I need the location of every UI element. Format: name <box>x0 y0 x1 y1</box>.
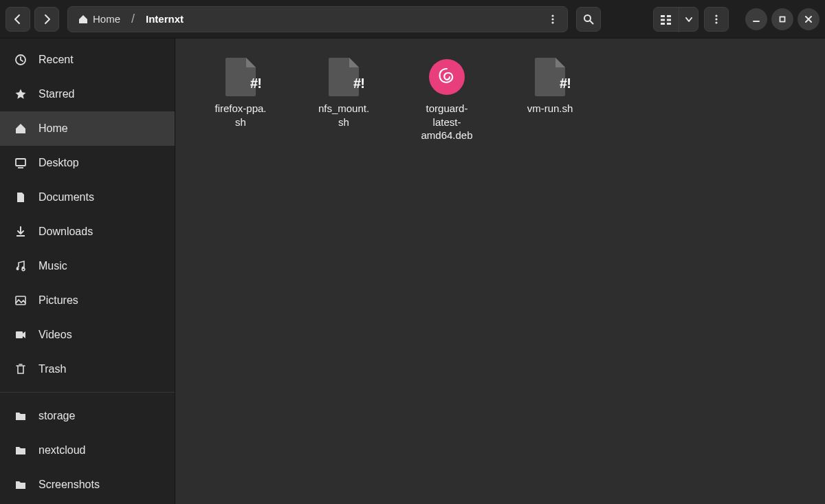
svg-point-21 <box>22 267 25 270</box>
folder-icon <box>14 479 28 491</box>
svg-rect-7 <box>661 19 665 21</box>
file-label: vm-run.sh <box>527 102 573 116</box>
svg-point-12 <box>715 18 717 20</box>
sidebar-bookmark-nextcloud[interactable]: nextcloud <box>0 433 175 468</box>
sidebar-item-label: Music <box>38 260 67 272</box>
sidebar-item-music[interactable]: Music <box>0 249 175 283</box>
sidebar: Recent Starred Home Desktop Documents <box>0 39 175 504</box>
music-icon <box>14 260 28 272</box>
path-current-label: Internxt <box>146 13 184 25</box>
sidebar-item-label: Recent <box>38 54 74 66</box>
svg-rect-9 <box>661 23 665 25</box>
sidebar-separator <box>0 392 175 399</box>
svg-rect-8 <box>667 19 671 21</box>
sidebar-item-videos[interactable]: Videos <box>0 318 175 352</box>
view-dropdown-button[interactable] <box>679 8 698 32</box>
desktop-icon <box>14 157 28 169</box>
svg-rect-17 <box>16 159 25 166</box>
svg-point-13 <box>715 21 717 23</box>
svg-point-2 <box>551 21 553 23</box>
grid-icon <box>661 15 672 25</box>
clock-icon <box>14 54 28 66</box>
svg-rect-15 <box>780 17 785 21</box>
file-label: torguard- latest- amd64.deb <box>421 102 472 142</box>
file-item[interactable]: torguard- latest- amd64.deb <box>395 54 498 145</box>
view-switcher <box>653 7 698 32</box>
path-segment-current[interactable]: Internxt <box>140 9 189 30</box>
forward-button[interactable] <box>34 7 59 32</box>
folder-icon <box>14 444 28 457</box>
file-item[interactable]: #! vm-run.sh <box>498 54 602 145</box>
svg-rect-5 <box>661 15 665 17</box>
close-button[interactable] <box>798 8 820 30</box>
files-pane[interactable]: #! firefox-ppa. sh #! nfs_mount. sh torg… <box>175 39 825 504</box>
arrow-right-icon <box>41 14 52 25</box>
chevron-down-icon <box>685 17 692 23</box>
shell-file-icon: #! <box>221 56 260 98</box>
svg-point-20 <box>16 267 19 270</box>
minimize-icon <box>752 15 760 23</box>
sidebar-item-label: storage <box>38 410 75 422</box>
folder-icon <box>14 410 28 422</box>
path-segment-home[interactable]: Home <box>72 9 126 30</box>
sidebar-item-home[interactable]: Home <box>0 111 175 146</box>
sidebar-item-pictures[interactable]: Pictures <box>0 283 175 318</box>
sidebar-item-label: Videos <box>38 329 72 341</box>
file-item[interactable]: #! firefox-ppa. sh <box>189 54 292 145</box>
kebab-icon <box>712 14 721 24</box>
sidebar-item-label: Pictures <box>38 294 78 307</box>
videos-icon <box>14 329 28 341</box>
back-button[interactable] <box>6 7 30 32</box>
home-icon <box>14 122 28 135</box>
sidebar-item-label: Home <box>38 122 68 135</box>
svg-line-4 <box>590 21 593 24</box>
shell-file-icon: #! <box>531 56 569 98</box>
maximize-button[interactable] <box>771 8 793 30</box>
sidebar-item-trash[interactable]: Trash <box>0 352 175 386</box>
window-controls <box>745 8 820 30</box>
shell-file-icon: #! <box>324 56 363 98</box>
svg-rect-6 <box>667 15 671 17</box>
search-button[interactable] <box>576 7 601 32</box>
kebab-icon <box>548 14 558 24</box>
document-icon <box>14 191 28 204</box>
path-menu-button[interactable] <box>542 9 563 30</box>
sidebar-item-recent[interactable]: Recent <box>0 43 175 77</box>
download-icon <box>14 226 28 238</box>
arrow-left-icon <box>12 14 23 25</box>
search-icon <box>583 14 594 25</box>
sidebar-item-label: Desktop <box>38 157 79 169</box>
svg-point-11 <box>715 14 717 17</box>
svg-point-1 <box>551 18 553 20</box>
trash-icon <box>14 363 28 375</box>
file-label: firefox-ppa. sh <box>214 102 266 129</box>
pictures-icon <box>14 294 28 307</box>
minimize-button[interactable] <box>745 8 767 30</box>
sidebar-bookmark-storage[interactable]: storage <box>0 399 175 433</box>
sidebar-item-label: Downloads <box>38 226 93 238</box>
hamburger-menu-button[interactable] <box>704 7 729 32</box>
svg-point-0 <box>551 14 553 17</box>
headerbar: Home / Internxt <box>0 0 825 39</box>
sidebar-item-documents[interactable]: Documents <box>0 180 175 215</box>
path-home-label: Home <box>93 13 120 25</box>
sidebar-item-label: Screenshots <box>38 479 100 491</box>
home-icon <box>78 14 89 25</box>
star-icon <box>14 88 28 100</box>
close-icon <box>804 15 813 23</box>
deb-package-icon <box>428 56 466 98</box>
nav-group <box>6 7 59 32</box>
path-bar: Home / Internxt <box>67 6 568 32</box>
sidebar-bookmark-screenshots[interactable]: Screenshots <box>0 468 175 502</box>
svg-rect-10 <box>667 23 671 25</box>
sidebar-item-starred[interactable]: Starred <box>0 77 175 111</box>
file-item[interactable]: #! nfs_mount. sh <box>292 54 395 145</box>
sidebar-item-desktop[interactable]: Desktop <box>0 146 175 180</box>
main-area: Recent Starred Home Desktop Documents <box>0 39 825 504</box>
view-icons-button[interactable] <box>654 8 679 32</box>
sidebar-item-downloads[interactable]: Downloads <box>0 215 175 249</box>
sidebar-item-label: nextcloud <box>38 444 86 457</box>
sidebar-item-label: Trash <box>38 363 66 375</box>
maximize-icon <box>778 15 786 23</box>
svg-rect-23 <box>16 331 23 338</box>
